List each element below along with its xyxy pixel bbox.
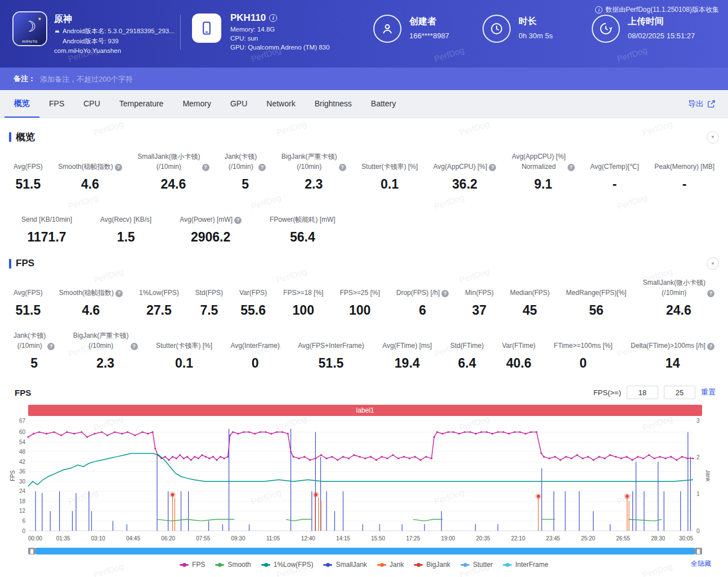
scrollbar-left-handle[interactable]: ▐▌ <box>28 548 35 554</box>
upload-block: 上传时间 08/02/2025 15:51:27 <box>592 12 721 43</box>
collect-note: i 数据由PerfDog(11.1.250108)版本收集 <box>595 5 719 15</box>
svg-text:24: 24 <box>19 488 26 494</box>
tab-gpu[interactable]: GPU <box>221 90 257 118</box>
duration-meta: 时长 0h 30m 5s <box>519 15 553 40</box>
svg-text:30:05: 30:05 <box>679 535 693 542</box>
fps-threshold-input-1[interactable] <box>627 386 658 399</box>
stat-cell: Avg(FPS)51.5 <box>9 151 47 192</box>
tabs-bar: 概览FPSCPUTemperatureMemoryGPUNetworkBrigh… <box>0 90 728 118</box>
section-accent-bar <box>9 132 11 142</box>
info-icon: i <box>595 6 602 14</box>
device-info-icon[interactable]: i <box>269 14 277 22</box>
reset-button[interactable]: 重置 <box>701 387 716 397</box>
chevron-down-icon[interactable]: ▼ <box>707 131 719 144</box>
help-icon[interactable]: ? <box>441 290 449 297</box>
export-button[interactable]: 导出 <box>680 90 723 118</box>
svg-text:3: 3 <box>696 418 700 424</box>
svg-text:67: 67 <box>19 418 26 424</box>
overview-section-title: 概览 <box>16 131 35 144</box>
help-icon[interactable]: ? <box>258 164 266 171</box>
help-icon[interactable]: ? <box>489 164 496 171</box>
stat-value: 2906.2 <box>180 230 242 245</box>
stat-label: Avg(InterFrame) <box>231 330 280 351</box>
chart-annotation-banner: label1 <box>28 405 702 416</box>
help-icon[interactable]: ? <box>707 343 714 350</box>
svg-text:6: 6 <box>22 518 25 524</box>
scrollbar-right-handle[interactable]: ▐▌ <box>695 548 702 554</box>
stat-cell: Avg(Power) [mW]?2906.2 <box>175 204 246 245</box>
svg-text:25:20: 25:20 <box>581 535 595 542</box>
help-icon[interactable]: ? <box>115 164 122 171</box>
help-icon[interactable]: ? <box>47 343 55 350</box>
tab-battery[interactable]: Battery <box>361 90 405 118</box>
legend-marker <box>414 564 423 566</box>
legend-item-bigjank[interactable]: BigJank <box>414 561 450 569</box>
chart-scrollbar: ▐▌ ▐▌ <box>28 548 702 554</box>
svg-text:Jank: Jank <box>705 469 710 482</box>
stat-cell: Var(FTime)40.6 <box>498 330 540 371</box>
hide-all-link[interactable]: 全隐藏 <box>691 559 711 569</box>
stat-label: Var(FPS) <box>239 278 267 298</box>
tab-temperature[interactable]: Temperature <box>110 90 173 118</box>
stat-cell: FTime>=100ms [%]0 <box>550 330 617 371</box>
fps-section-title: FPS <box>16 258 34 269</box>
note-input[interactable] <box>39 74 332 84</box>
legend-item-stutter[interactable]: Stutter <box>461 561 493 569</box>
moon-glyph: ☽ <box>23 18 36 35</box>
scrollbar-track[interactable] <box>35 548 695 554</box>
legend-item-1%low(fps)[interactable]: 1%Low(FPS) <box>261 561 314 569</box>
stat-value: 4.6 <box>58 177 122 192</box>
duration-label: 时长 <box>519 16 553 28</box>
legend-marker <box>180 564 189 566</box>
tab-概览[interactable]: 概览 <box>5 90 39 118</box>
svg-text:0: 0 <box>696 528 700 534</box>
device-memory: Memory: 14.8G <box>230 26 329 33</box>
legend-item-smooth[interactable]: Smooth <box>215 561 251 569</box>
stat-label: Stutter(卡顿率) [%] <box>361 151 418 172</box>
stat-value: 0 <box>231 356 280 371</box>
tab-memory[interactable]: Memory <box>173 90 221 118</box>
app-version-name-text: Android版本名: 5.3.0_29183395_293... <box>62 27 175 35</box>
help-icon[interactable]: ? <box>339 164 346 171</box>
stat-label: Avg(CTemp)[℃] <box>590 151 639 172</box>
android-icon <box>54 28 60 34</box>
stat-label: Avg(FPS) <box>14 278 43 298</box>
help-icon[interactable]: ? <box>115 290 123 297</box>
fps-threshold-input-2[interactable] <box>664 386 695 399</box>
header-divider <box>180 15 181 50</box>
legend-item-interframe[interactable]: InterFrame <box>503 561 548 569</box>
legend-label: 1%Low(FPS) <box>274 561 314 569</box>
svg-text:15:50: 15:50 <box>371 535 385 542</box>
stat-cell: Stutter(卡顿率) [%]0.1 <box>357 151 422 192</box>
stat-label: FTime>=100ms [%] <box>554 330 613 351</box>
help-icon[interactable]: ? <box>202 164 209 171</box>
help-icon[interactable]: ? <box>568 164 575 171</box>
help-icon[interactable]: ? <box>234 217 242 224</box>
chevron-down-icon[interactable]: ▼ <box>707 257 719 270</box>
tab-network[interactable]: Network <box>257 90 305 118</box>
stat-value: 0.1 <box>156 356 212 371</box>
app-block: ☽ ★ miHoYo 原神 Android版本名: 5.3.0_29183395… <box>14 12 178 54</box>
stat-label: Avg(Power) [mW]? <box>180 204 242 225</box>
svg-text:06:20: 06:20 <box>161 535 175 542</box>
collect-note-text: 数据由PerfDog(11.1.250108)版本收集 <box>605 5 719 15</box>
fps-line-chart[interactable]: 6760544842363024181260321000:0001:3503:1… <box>9 417 710 544</box>
stat-value: 5 <box>14 356 55 371</box>
tab-cpu[interactable]: CPU <box>74 90 110 118</box>
stat-label: Avg(FTime) [ms] <box>382 330 432 351</box>
stat-label: Delta(FTime)>100ms [/h]? <box>631 330 714 351</box>
legend-label: BigJank <box>426 561 450 569</box>
legend-item-smalljank[interactable]: SmallJank <box>323 561 367 569</box>
legend-item-jank[interactable]: Jank <box>377 561 404 569</box>
svg-text:26:55: 26:55 <box>616 535 630 542</box>
legend-item-fps[interactable]: FPS <box>180 561 205 569</box>
svg-text:04:45: 04:45 <box>126 535 140 542</box>
svg-text:12:40: 12:40 <box>301 535 315 542</box>
svg-text:0: 0 <box>22 528 25 534</box>
stat-value: 19.4 <box>382 356 432 371</box>
help-icon[interactable]: ? <box>131 343 138 350</box>
stat-label: Avg(FPS) <box>14 151 43 172</box>
help-icon[interactable]: ? <box>707 290 714 297</box>
tab-fps[interactable]: FPS <box>39 90 74 118</box>
tab-brightness[interactable]: Brightness <box>305 90 361 118</box>
